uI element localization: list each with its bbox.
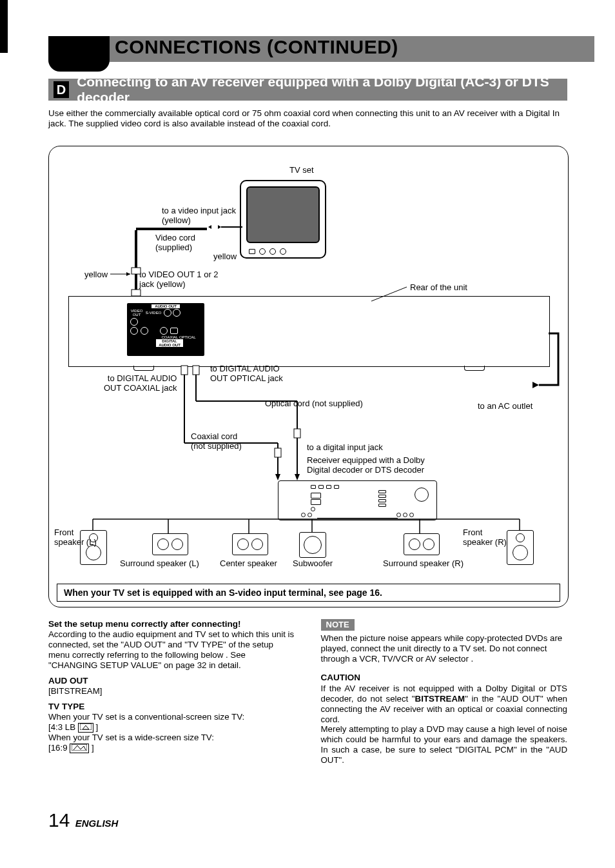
aud-out-val: [BITSTREAM] bbox=[48, 686, 295, 696]
aud-out-head: AUD OUT bbox=[48, 676, 295, 686]
tv-jack bbox=[249, 249, 255, 254]
tv-conv-post: ] bbox=[96, 722, 99, 732]
speaker-front-l bbox=[80, 530, 107, 565]
jack bbox=[164, 309, 171, 317]
speaker-surround-l bbox=[152, 533, 188, 555]
tv-conv-pre: [4:3 LB bbox=[48, 722, 78, 732]
label-tv-set: TV set bbox=[289, 166, 314, 175]
unit-rear: AUDIO OUT VIDEO OUT S-VIDEO bbox=[68, 296, 550, 367]
tv-wide: When your TV set is a wide-screen size T… bbox=[48, 733, 295, 743]
label-digital-input: to a digital input jack bbox=[307, 443, 383, 453]
tv-inputs bbox=[249, 248, 317, 255]
label-coax-cord: Coaxial cord (not supplied) bbox=[191, 432, 242, 451]
note-body: When the picture noise appears while cop… bbox=[321, 633, 568, 664]
panel-s-video: S-VIDEO bbox=[144, 311, 163, 315]
label-optical-cord: Optical cord (not supplied) bbox=[265, 399, 363, 409]
label-video-out: to VIDEO OUT 1 or 2 jack (yellow) bbox=[139, 270, 219, 290]
receiver bbox=[278, 480, 437, 520]
label-center: Center speaker bbox=[220, 559, 277, 569]
page-num-val: 14 bbox=[48, 809, 70, 831]
page-number: 14 ENGLISH bbox=[48, 809, 118, 831]
label-surround-r: Surround speaker (R) bbox=[383, 559, 464, 569]
svg-rect-21 bbox=[294, 429, 300, 438]
receiver-knob bbox=[415, 488, 429, 502]
intro-text: Use either the commercially available op… bbox=[48, 108, 567, 129]
lower-columns: Set the setup menu correctly after conne… bbox=[48, 619, 567, 765]
svg-rect-24 bbox=[132, 290, 141, 296]
receiver-stack bbox=[378, 490, 386, 509]
col-left: Set the setup menu correctly after conne… bbox=[48, 619, 295, 765]
panel-digital-out: DIGITAL AUDIO OUT bbox=[156, 339, 183, 347]
receiver-slot bbox=[311, 493, 321, 498]
diagram-frame: TV set to a video input jack (yellow) Vi… bbox=[48, 146, 569, 607]
section-bar: D Connecting to an AV receiver equipped … bbox=[48, 79, 567, 101]
page-title: CONNECTIONS (CONTINUED) bbox=[115, 36, 398, 58]
jack bbox=[130, 327, 138, 335]
tv-type-head: TV TYPE bbox=[48, 702, 295, 712]
svg-rect-20 bbox=[181, 366, 188, 375]
label-digital-coax: to DIGITAL AUDIO OUT COAXIAL jack bbox=[104, 374, 177, 393]
panel-audio-out: AUDIO OUT bbox=[151, 304, 180, 308]
aspect-4-3-icon bbox=[78, 723, 93, 733]
tv-conv: When your TV set is a conventional-scree… bbox=[48, 712, 295, 722]
caution-body-3: Merely attempting to play a DVD may caus… bbox=[321, 724, 568, 765]
caution-bold: BITSTREAM bbox=[415, 694, 465, 704]
label-front-l: Front speaker (L) bbox=[54, 528, 80, 547]
jack bbox=[173, 309, 181, 317]
jack bbox=[130, 318, 138, 326]
jack bbox=[160, 327, 168, 335]
panel-video-out: VIDEO OUT bbox=[130, 309, 144, 317]
tv-screen bbox=[246, 186, 320, 243]
tv-conv-val: [4:3 LB ] bbox=[48, 722, 295, 733]
jack bbox=[141, 327, 148, 335]
jack-panel: AUDIO OUT VIDEO OUT S-VIDEO bbox=[127, 303, 204, 356]
tv-jack bbox=[259, 248, 266, 255]
speaker-surround-r bbox=[404, 533, 440, 555]
svg-rect-19 bbox=[193, 366, 199, 375]
aspect-16-9-icon bbox=[70, 744, 89, 753]
speaker-front-r bbox=[507, 530, 534, 565]
label-receiver: Receiver equipped with a Dolby Digital d… bbox=[307, 456, 425, 475]
label-subwoofer: Subwoofer bbox=[293, 559, 333, 569]
label-to-ac: to an AC outlet bbox=[478, 402, 532, 411]
speaker-center bbox=[232, 533, 268, 555]
label-rear-unit: Rear of the unit bbox=[410, 283, 467, 293]
speaker-subwoofer bbox=[299, 532, 326, 558]
caution-body: If the AV receiver is not equipped with … bbox=[321, 684, 568, 725]
receiver-line bbox=[317, 518, 398, 518]
section-title: Connecting to an AV receiver equipped wi… bbox=[77, 74, 567, 105]
page-lang: ENGLISH bbox=[75, 818, 119, 829]
header-tab bbox=[48, 36, 110, 72]
unit-foot bbox=[464, 366, 485, 371]
footnote: When your TV set is equipped with an S-v… bbox=[57, 584, 560, 602]
label-video-input: to a video input jack (yellow) bbox=[162, 206, 236, 226]
label-video-cord: Video cord (supplied) bbox=[155, 233, 195, 253]
jack-optical bbox=[170, 328, 178, 334]
caution-head: CAUTION bbox=[321, 673, 568, 683]
tv-wide-val: [16:9 ] bbox=[48, 743, 295, 753]
label-digital-opt: to DIGITAL AUDIO OUT OPTICAL jack bbox=[210, 364, 283, 384]
receiver-jacks-top bbox=[311, 485, 343, 489]
side-tab bbox=[0, 0, 8, 53]
col-right: NOTE When the picture noise appears whil… bbox=[321, 619, 568, 765]
label-yellow-left: yellow bbox=[84, 270, 108, 280]
tv-outline bbox=[240, 180, 326, 259]
label-front-r: Front speaker (R) bbox=[463, 528, 505, 547]
receiver-dot bbox=[311, 507, 315, 511]
setup-head: Set the setup menu correctly after conne… bbox=[48, 619, 295, 629]
label-yellow-mid: yellow bbox=[213, 252, 237, 262]
setup-body: According to the audio equipment and TV … bbox=[48, 629, 295, 671]
tv-jack bbox=[280, 248, 286, 255]
label-surround-l: Surround speaker (L) bbox=[120, 559, 199, 569]
note-badge: NOTE bbox=[321, 619, 355, 631]
svg-rect-22 bbox=[275, 448, 281, 457]
section-marker: D bbox=[54, 81, 69, 98]
unit-foot bbox=[133, 366, 154, 371]
tv-wide-post: ] bbox=[92, 743, 94, 753]
receiver-bottom-jacks bbox=[396, 513, 414, 517]
receiver-bottom-jacks bbox=[301, 513, 312, 517]
receiver-slot bbox=[311, 499, 321, 505]
diagram: TV set to a video input jack (yellow) Vi… bbox=[49, 146, 568, 607]
tv-jack bbox=[269, 248, 276, 255]
tv-wide-pre: [16:9 bbox=[48, 743, 70, 753]
